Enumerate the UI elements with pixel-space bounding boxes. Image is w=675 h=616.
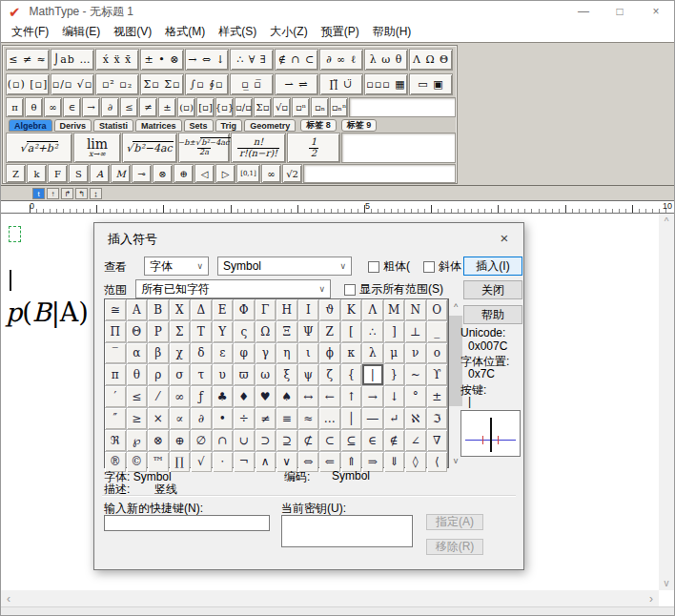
symbol-cell[interactable]: √ [191,452,212,473]
small-bar-button[interactable]: ▫ⁿ [292,97,310,117]
maximize-button[interactable]: □ [602,1,638,22]
symbol-cell[interactable]: ~ [405,364,426,385]
tab-derivs[interactable]: Derivs [54,119,92,132]
small-bar-button[interactable]: ∞ [44,97,62,117]
symbol-cell[interactable]: ◊ [405,452,426,473]
symbol-cell[interactable]: ― [362,408,383,429]
symbol-cell[interactable]: ∇ [427,430,448,451]
template-palette-button[interactable]: ▫̲ ▫̅ [230,73,274,95]
small-bar-button[interactable]: ≤ [120,97,138,117]
symbol-cell[interactable]: ξ [276,364,297,385]
tab-geometry[interactable]: Geometry [244,119,296,132]
symbol-cell[interactable]: Ω [256,321,276,342]
bottom-bar-button[interactable]: A [90,164,110,183]
bottom-bar-button[interactable]: ▷ [215,164,235,183]
symbol-cell[interactable]: ¬ [234,452,255,473]
symbol-cell[interactable]: ∴ [362,321,383,342]
symbol-cell[interactable]: Ρ [148,321,169,342]
symbol-palette-button[interactable]: ∉ ∩ ⊂ [275,49,318,71]
symbol-cell[interactable]: ω [256,364,276,385]
symbol-palette-button[interactable]: ≤ ≠ ≈ [6,49,50,71]
symbol-cell[interactable]: π [105,364,126,385]
symbol-palette-button[interactable]: → ⇔ ↓ [185,49,229,71]
symbol-cell[interactable]: [ [341,321,362,342]
small-bar-button[interactable]: Σ▫ [254,97,272,117]
symbol-palette-button[interactable]: Λ Ω Θ [409,49,453,71]
symbol-cell[interactable]: ⟨ [427,452,448,473]
small-bar-button[interactable]: ▫∕▫ [235,97,253,117]
symbol-cell[interactable]: δ [191,343,212,364]
symbol-cell[interactable]: ν [405,343,426,364]
symbol-cell[interactable]: • [213,408,234,429]
scroll-up-icon[interactable]: ^ [659,214,674,229]
symbol-cell[interactable]: ℵ [405,408,426,429]
small-bar-button[interactable]: ∈ [63,97,81,117]
symbol-cell[interactable]: Ζ [319,321,340,342]
symbol-cell[interactable]: ♣ [213,386,234,407]
small-bar-button[interactable]: ▫ₙⁿ [330,97,348,117]
symbol-cell[interactable]: Υ [213,321,234,342]
scroll-right-icon[interactable]: › [644,590,659,607]
symbol-cell[interactable]: ϕ [319,343,340,364]
horizontal-scrollbar[interactable]: ‹ › [1,590,659,607]
menu-item[interactable]: 编辑(E) [55,22,107,42]
symbol-cell[interactable]: ℜ [105,430,126,451]
symbol-cell[interactable]: ⊂ [319,430,340,451]
symbol-cell[interactable]: Δ [191,299,212,320]
current-key-listbox[interactable] [281,515,413,547]
symbol-palette-button[interactable]: x́ ẍ x̄ [95,49,139,71]
bottom-bar-button[interactable]: ⊕ [174,164,194,183]
symbol-cell[interactable]: ⊗ [148,430,169,451]
symbol-cell[interactable]: ζ [319,364,340,385]
symbol-cell[interactable]: ⊕ [170,430,191,451]
symbol-cell[interactable]: μ [384,343,405,364]
template-palette-button[interactable]: ▫▫▫ ▦ [364,73,408,95]
small-bar-button[interactable]: (▫) [177,97,195,117]
expression-template-button[interactable]: −b±√b²−4ac2a [178,133,230,163]
symbol-palette-button[interactable]: ⌡ab … [51,49,94,71]
symbol-cell[interactable]: ≤ [127,386,148,407]
tab-标签-9[interactable]: 标签 9 [341,119,378,132]
small-bar-button[interactable]: ▫ₙ [311,97,329,117]
symbol-palette-button[interactable]: ∂ ∞ ℓ [319,49,363,71]
symbol-palette-button[interactable]: ± • ⊗ [140,49,184,71]
close-button[interactable]: × [638,1,674,22]
tab-statisti[interactable]: Statisti [93,119,133,132]
bottom-bar-button[interactable]: Z [6,164,26,183]
symbol-cell[interactable]: γ [256,343,276,364]
template-palette-button[interactable]: Σ▫ Σ▫ [140,73,184,95]
symbol-cell[interactable]: ± [427,386,448,407]
symbol-cell[interactable]: ♦ [234,386,255,407]
symbol-cell[interactable]: ‾ [105,343,126,364]
symbol-cell[interactable]: Σ [170,321,191,342]
menu-item[interactable]: 预置(P) [315,22,366,42]
bottom-bar-button[interactable]: √2 [282,164,302,183]
symbol-cell-selected[interactable]: | [362,364,383,385]
view-mode-combobox[interactable]: 字体 ∨ [144,257,209,276]
symbol-cell[interactable]: ∉ [384,430,405,451]
tab-标签-8[interactable]: 标签 8 [300,119,337,132]
symbol-cell[interactable]: ρ [148,364,169,385]
bottom-bar-button[interactable]: F [48,164,68,183]
symbol-cell[interactable]: ⁄ [148,386,169,407]
symbol-cell[interactable]: ι [298,343,319,364]
symbol-cell[interactable]: Ο [427,299,448,320]
symbol-cell[interactable]: Γ [256,299,276,320]
symbol-cell[interactable]: × [148,408,169,429]
symbol-cell[interactable]: ÷ [234,408,255,429]
menu-item[interactable]: 视图(V) [107,22,158,42]
small-bar-button[interactable]: [▫] [196,97,215,117]
symbol-cell[interactable]: Χ [170,299,191,320]
expression-template-button[interactable]: 12 [287,133,340,163]
symbol-cell[interactable]: ° [405,386,426,407]
symbol-cell[interactable]: ο [427,343,448,364]
symbol-cell[interactable]: ∪ [234,430,255,451]
symbol-cell[interactable]: ↔ [298,386,319,407]
tab-stop-button[interactable]: ↱ [61,188,73,199]
symbol-cell[interactable]: ′ [105,386,126,407]
symbol-cell[interactable]: ∩ [213,430,234,451]
symbol-cell[interactable]: ∂ [191,408,212,429]
italic-checkbox[interactable]: 斜体(I [423,258,461,275]
symbol-cell[interactable]: ϑ [319,299,340,320]
symbol-cell[interactable]: ψ [298,364,319,385]
